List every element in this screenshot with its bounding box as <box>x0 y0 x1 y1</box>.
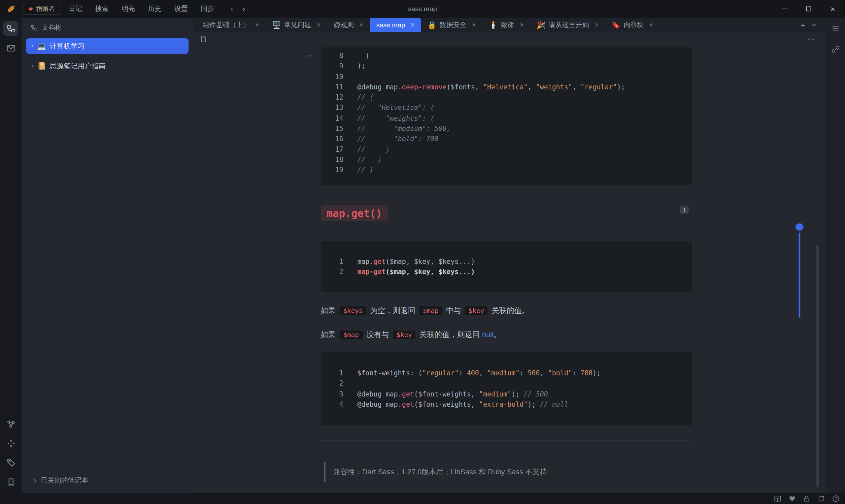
line-number: 3 <box>320 389 343 399</box>
maximize-button[interactable] <box>796 0 821 18</box>
scrollbar-thumb[interactable] <box>816 245 818 487</box>
menu-item-历史[interactable]: 历史 <box>148 4 161 14</box>
scroll-marker-line <box>799 233 800 318</box>
line-number: 11 <box>320 82 343 92</box>
document-icon <box>200 35 207 42</box>
doc-tree-icon <box>31 24 38 31</box>
graph-icon[interactable] <box>3 416 18 431</box>
right-dock <box>826 18 845 493</box>
tab-emoji-icon: 🔖 <box>612 21 620 29</box>
drag-handle-icon[interactable]: ↔ <box>306 51 313 58</box>
tab-数据安全[interactable]: 🔒数据安全× <box>421 18 482 32</box>
tag-icon[interactable] <box>3 455 18 470</box>
donate-button[interactable]: 捐赠者 <box>23 4 60 15</box>
help-icon[interactable]: ? <box>832 495 840 502</box>
tab-close-icon[interactable]: × <box>595 21 598 29</box>
main-row: 文档树 💻计算机学习📔思源笔记用户指南 已关闭的笔记本 组件基础（上）×🖥️常见… <box>0 18 845 493</box>
blockquote-compatibility[interactable]: 兼容性：Dart Sass，1.27.0版本后；LibSass 和 Ruby S… <box>324 462 692 482</box>
heading-map-get[interactable]: map.get() <box>320 205 388 221</box>
dock-bottom <box>3 416 18 493</box>
more-options-button[interactable]: ⋯ <box>807 34 815 43</box>
code-line: 4@debug map.get($font-weights, "extra-bo… <box>320 399 692 410</box>
text-run: 关联的值，则返回 <box>417 330 482 339</box>
forward-button[interactable]: › <box>237 4 249 14</box>
heart-icon[interactable] <box>789 495 796 502</box>
doc-tree-header: 文档树 <box>21 18 193 37</box>
tab-致谢[interactable]: 🕯️致谢× <box>482 18 530 32</box>
menu-item-设置[interactable]: 设置 <box>174 4 188 14</box>
tab-emoji-icon: 🔒 <box>427 21 436 29</box>
notebook-list: 💻计算机学习📔思源笔记用户指南 <box>21 37 193 74</box>
caret-right-icon[interactable] <box>30 63 36 69</box>
tab-label: 致谢 <box>501 20 514 30</box>
tab-组件基础（上）[interactable]: 组件基础（上）× <box>196 18 266 32</box>
relations-icon[interactable] <box>3 436 18 451</box>
tab-@规则[interactable]: @规则× <box>327 18 370 32</box>
status-bar: ? <box>0 493 845 504</box>
code-line: 17// ) <box>320 144 692 155</box>
menu-item-明亮[interactable]: 明亮 <box>122 4 135 14</box>
minimize-button[interactable] <box>772 0 796 18</box>
code-block-signature[interactable]: 1map.get($map, $key, $keys...)2map-get($… <box>320 241 692 292</box>
grid-icon[interactable] <box>774 495 781 502</box>
tab-bar: 组件基础（上）×🖥️常见问题×@规则×sass:map×🔒数据安全×🕯️致谢×🎉… <box>193 18 826 32</box>
scroll-marker-dot[interactable] <box>796 223 803 231</box>
text-run: 中与 <box>444 306 463 315</box>
bookmark-icon[interactable] <box>3 474 18 489</box>
inline-code: $key <box>393 331 416 339</box>
tab-close-icon[interactable]: × <box>317 21 320 29</box>
divider <box>320 441 692 441</box>
inline-code: $map <box>419 306 442 315</box>
code-block-deep-remove[interactable]: 8 )9);10 11@debug map.deep-remove($fonts… <box>320 48 692 185</box>
tab-close-icon[interactable]: × <box>472 21 476 29</box>
text-run: 。 <box>494 330 501 339</box>
code-line: 12// ( <box>320 92 692 103</box>
svg-text:?: ? <box>835 496 837 501</box>
tab-close-icon[interactable]: × <box>649 21 653 29</box>
line-number: 16 <box>320 134 343 144</box>
inbox-icon[interactable] <box>3 40 18 55</box>
back-button[interactable]: ‹ <box>226 4 237 14</box>
menu-item-日记[interactable]: 日记 <box>69 4 82 14</box>
inline-code: $map <box>339 331 363 339</box>
lock-icon[interactable] <box>803 495 811 502</box>
tab-close-icon[interactable]: × <box>411 21 415 29</box>
menu-item-搜索[interactable]: 搜索 <box>95 4 109 14</box>
paragraph[interactable]: 如果 $keys 为空，则返回 $map 中与 $key 关联的值。 <box>320 304 692 317</box>
line-number: 12 <box>320 92 343 103</box>
file-tree-icon[interactable] <box>3 21 18 36</box>
line-number: 8 <box>320 51 343 61</box>
siyuan-logo-icon <box>5 4 16 15</box>
notebook-思源笔记用户指南[interactable]: 📔思源笔记用户指南 <box>26 58 189 74</box>
panels-icon[interactable] <box>829 22 842 35</box>
tab-请从这里开始[interactable]: 🎉请从这里开始× <box>530 18 605 32</box>
tab-close-icon[interactable]: × <box>255 21 259 29</box>
dock-top <box>3 18 18 55</box>
code-line: 8 ) <box>320 51 692 61</box>
menu-item-同步[interactable]: 同步 <box>201 4 214 14</box>
notebook-计算机学习[interactable]: 💻计算机学习 <box>26 38 189 54</box>
tab-常见问题[interactable]: 🖥️常见问题× <box>266 18 327 32</box>
tab-内容块[interactable]: 🔖内容块× <box>605 18 659 32</box>
code-block-example[interactable]: 1$font-weights: ("regular": 400, "medium… <box>320 352 692 426</box>
tab-label: sass:map <box>376 21 405 29</box>
closed-notebooks[interactable]: 已关闭的笔记本 <box>32 476 88 485</box>
link-null[interactable]: null <box>482 330 494 339</box>
doc-tree-title: 文档树 <box>42 23 61 32</box>
tab-label: 请从这里开始 <box>549 20 589 30</box>
paragraph[interactable]: 如果 $map 没有与 $key 关联的值，则返回 null。 <box>320 328 692 341</box>
inline-code: $key <box>465 306 488 315</box>
tab-close-icon[interactable]: × <box>520 21 524 29</box>
tab-actions: + <box>801 18 826 32</box>
close-button[interactable]: × <box>821 0 845 18</box>
titlebar-menu: 日记搜索明亮历史设置同步 <box>69 4 214 14</box>
new-tab-button[interactable]: + <box>801 21 805 29</box>
tab-sass:map[interactable]: sass:map× <box>370 18 421 32</box>
caret-right-icon <box>32 478 38 484</box>
left-dock <box>0 18 21 493</box>
link-icon[interactable] <box>829 42 842 55</box>
tab-close-icon[interactable]: × <box>359 21 363 29</box>
tab-list-button[interactable] <box>811 22 817 29</box>
sync-icon[interactable] <box>817 495 825 502</box>
caret-right-icon[interactable] <box>30 43 36 49</box>
